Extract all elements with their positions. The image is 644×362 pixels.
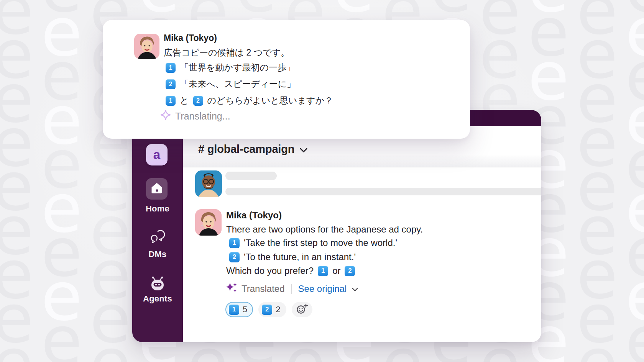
pattern-letter: e <box>333 351 375 362</box>
skeleton-line <box>225 188 541 195</box>
pattern-letter: e <box>138 351 180 362</box>
option-text: 'To the future, in an instant.' <box>244 252 356 262</box>
pattern-letter: e <box>430 351 472 362</box>
channel-pane: # global-campaign <box>183 126 541 342</box>
avatar <box>195 170 222 197</box>
keycap-2-icon: 2 <box>166 79 176 89</box>
option-text: 「未来へ、スピーディーに」 <box>180 78 296 90</box>
avatar <box>195 209 222 236</box>
message-author[interactable]: Mika (Tokyo) <box>226 210 282 221</box>
sidebar-item-home-label[interactable]: Home <box>132 204 183 214</box>
skeleton-line <box>225 172 277 180</box>
keycap-1-icon: 1 <box>229 238 240 248</box>
pattern-letter: e <box>90 329 131 362</box>
message-option-2: 2 'To the future, in an instant.' <box>229 252 356 262</box>
pattern-letter: e <box>236 351 277 362</box>
agents-icon <box>150 276 165 292</box>
channel-title: # global-campaign <box>198 143 294 156</box>
sidebar-item-home[interactable] <box>146 178 168 200</box>
reaction-pill-1[interactable]: 1 5 <box>225 302 253 317</box>
question-text: Which do you prefer? <box>226 265 314 276</box>
workspace-initial: a <box>153 147 160 162</box>
pattern-letter: e <box>625 351 644 362</box>
sidebar-item-dms-label[interactable]: DMs <box>132 249 183 259</box>
message-question: Which do you prefer? 1 or 2 <box>226 265 355 276</box>
reactions-row: 1 5 2 2 <box>225 302 312 317</box>
original-message-card: Mika (Tokyo) 広告コピーの候補は 2 つです。 1 「世界を動かす最… <box>103 20 470 139</box>
sidebar-item-agents[interactable] <box>132 276 183 292</box>
keycap-1-icon: 1 <box>166 63 176 73</box>
question-connector: or <box>332 265 340 276</box>
keycap-2-icon: 2 <box>262 305 272 315</box>
sidebar: a Home DMs <box>132 126 183 342</box>
chevron-down-icon <box>300 143 307 156</box>
keycap-2-icon: 2 <box>193 96 203 106</box>
message-line: There are two options for the Japanese a… <box>226 224 423 235</box>
reaction-count: 2 <box>276 305 280 314</box>
chevron-down-icon[interactable] <box>352 283 358 294</box>
workspace-switcher[interactable]: a <box>146 144 168 165</box>
option-text: 'Take the first step to move the world.' <box>244 238 397 248</box>
pattern-letter: e <box>528 351 569 362</box>
pattern-letter: e <box>577 329 618 362</box>
dms-icon <box>150 230 165 246</box>
ai-sparkle-icon <box>225 282 238 296</box>
ai-sparkle-outline-icon <box>159 109 172 123</box>
message-question: 1 と 2 のどちらがよいと思いますか？ <box>166 95 333 106</box>
pattern-letter: e <box>41 351 82 362</box>
translation-bar: Translated See original <box>225 282 358 296</box>
channel-header[interactable]: # global-campaign <box>198 143 307 156</box>
pattern-letter: e <box>0 329 34 362</box>
channel-header-divider <box>183 167 541 167</box>
translating-status: Translating... <box>159 109 230 123</box>
message-line: 広告コピーの候補は 2 つです。 <box>164 47 289 59</box>
sidebar-item-agents-label[interactable]: Agents <box>132 294 183 304</box>
message-option-1: 1 'Take the first step to move the world… <box>229 238 397 248</box>
keycap-1-icon: 1 <box>318 266 328 276</box>
avatar <box>134 34 159 59</box>
translation-status: Translated <box>242 283 285 294</box>
reaction-pill-2[interactable]: 2 2 <box>258 302 286 317</box>
add-emoji-icon <box>296 303 308 316</box>
option-text: 「世界を動かす最初の一歩」 <box>180 62 295 74</box>
keycap-2-icon: 2 <box>229 252 240 262</box>
translating-label: Translating... <box>175 111 230 122</box>
message-author: Mika (Tokyo) <box>164 33 217 43</box>
reaction-count: 5 <box>243 305 247 314</box>
see-original-link[interactable]: See original <box>298 283 347 294</box>
keycap-1-icon: 1 <box>229 305 239 315</box>
add-reaction-button[interactable] <box>292 302 312 317</box>
channel-header-shade <box>183 154 541 167</box>
question-connector: と <box>180 95 189 106</box>
sidebar-item-dms[interactable] <box>132 230 183 246</box>
slack-window: a Home DMs <box>132 110 541 342</box>
message-option-1: 1 「世界を動かす最初の一歩」 <box>166 62 295 74</box>
keycap-1-icon: 1 <box>166 96 176 106</box>
home-icon <box>150 182 163 196</box>
question-text: のどちらがよいと思いますか？ <box>207 95 333 106</box>
message-option-2: 2 「未来へ、スピーディーに」 <box>166 78 296 90</box>
translation-separator <box>291 284 292 294</box>
keycap-2-icon: 2 <box>345 266 355 276</box>
